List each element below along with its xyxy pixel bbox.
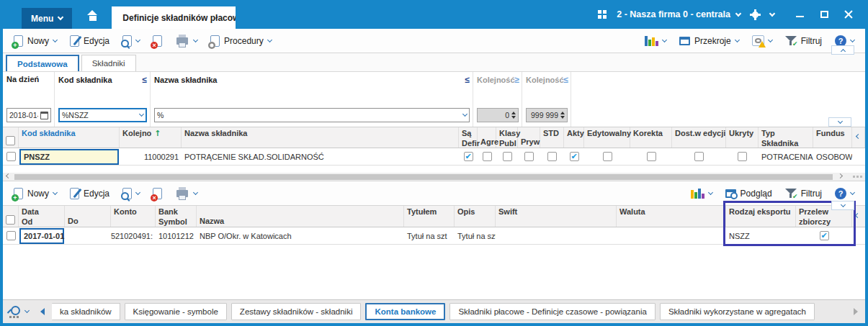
check-edytowalny[interactable] bbox=[603, 152, 612, 161]
chevron-down-icon[interactable] bbox=[462, 112, 467, 117]
column-tytulem[interactable]: Tytułem bbox=[404, 206, 455, 227]
column-aktywny[interactable]: Akty bbox=[564, 127, 584, 148]
column-rodzaj-eksportu[interactable]: Rodzaj eksportu bbox=[726, 206, 796, 227]
spinner-arrows-icon[interactable] bbox=[511, 112, 516, 119]
document-tab[interactable]: Definicje składników płacow bbox=[112, 6, 236, 29]
cell-typ[interactable]: POTRACENIA bbox=[759, 148, 813, 165]
column-bank-nazwa[interactable]: Nazwa bbox=[197, 206, 404, 227]
filter-button[interactable]: Filtruj bbox=[780, 33, 827, 48]
column-nazwa-skladnika[interactable]: Nazwa składnika bbox=[182, 127, 459, 148]
spinner-arrows-icon[interactable] bbox=[560, 112, 565, 119]
cell-swift[interactable] bbox=[496, 227, 617, 244]
column-typ-skladnika[interactable]: TypSkładnika bbox=[759, 127, 813, 148]
calendar-icon[interactable] bbox=[40, 112, 48, 119]
operator-lte-icon[interactable]: ≤ bbox=[465, 75, 470, 85]
maximize-button[interactable] bbox=[815, 6, 833, 23]
column-korekta[interactable]: Korekta bbox=[630, 127, 672, 148]
bottom-tab-konta-bankowe[interactable]: Konta bankowe bbox=[365, 303, 445, 320]
cell-rodzaj-eksportu[interactable]: NSZZ bbox=[726, 227, 796, 244]
cell-konto[interactable]: 521020491: bbox=[111, 227, 156, 244]
operator-gte-icon[interactable]: ≥ bbox=[515, 75, 520, 85]
column-swift[interactable]: Swift bbox=[496, 206, 617, 227]
check-korekta[interactable] bbox=[647, 152, 656, 161]
help-button[interactable] bbox=[830, 186, 859, 202]
row-checkbox[interactable] bbox=[6, 152, 16, 161]
cell-tytulem[interactable]: Tytuł na szt bbox=[404, 227, 455, 244]
bottom-tab-5[interactable]: Składniki wykorzystane w agregatach bbox=[660, 303, 815, 320]
column-klasy-pryw[interactable]: Pryw bbox=[518, 127, 540, 148]
check-aktywny[interactable]: ✔ bbox=[570, 152, 579, 161]
nazwa-combo-field[interactable]: % bbox=[154, 108, 470, 122]
tab-podstawowa[interactable]: Podstawowa bbox=[6, 55, 79, 71]
chevron-down-icon[interactable] bbox=[769, 10, 775, 16]
cell-data-do[interactable] bbox=[65, 227, 111, 244]
preview-document-button[interactable] bbox=[117, 33, 145, 49]
row-checkbox[interactable] bbox=[6, 231, 16, 240]
components-grid-row[interactable]: PNSZZ 11000291 POTRĄCENIE SKŁAD.SOLIDARN… bbox=[3, 148, 865, 166]
check-przelew-zbiorczy[interactable]: ✔ bbox=[820, 231, 829, 240]
check-std[interactable] bbox=[547, 152, 557, 161]
edit-button[interactable]: Edycja bbox=[65, 186, 115, 202]
select-all-checkbox[interactable] bbox=[3, 127, 19, 148]
column-bank-symbol[interactable]: BankSymbol bbox=[156, 206, 197, 227]
new-button[interactable]: Nowy bbox=[9, 33, 62, 49]
collapse-columns-button[interactable] bbox=[852, 127, 865, 148]
operator-lte-icon[interactable]: ≤ bbox=[142, 75, 147, 85]
grid-settings-button[interactable] bbox=[747, 33, 777, 48]
selected-cell-data-od[interactable]: 2017-01-01 bbox=[19, 228, 64, 244]
edit-button[interactable]: Edycja bbox=[65, 33, 115, 49]
cell-nazwa[interactable]: POTRĄCENIE SKŁAD.SOLIDARNOŚĆ bbox=[182, 148, 459, 165]
cell-waluta[interactable] bbox=[617, 227, 726, 244]
preview-button[interactable]: Podgląd bbox=[720, 186, 777, 201]
column-waluta[interactable]: Waluta bbox=[617, 206, 726, 227]
cell-symbol[interactable]: 10101212 bbox=[156, 227, 197, 244]
collapse-grid2-button[interactable] bbox=[831, 201, 854, 210]
bottom-tab-4[interactable]: Składniki płacowe - Definicje czasowe - … bbox=[449, 303, 655, 320]
tabs-scroll-left-icon[interactable] bbox=[40, 308, 45, 315]
check-ukryty[interactable] bbox=[738, 152, 747, 161]
tab-skladniki[interactable]: Składniki bbox=[81, 55, 136, 71]
collapse-filter-panel-button[interactable] bbox=[831, 45, 854, 55]
apps-grid-icon[interactable] bbox=[598, 10, 607, 19]
delete-button[interactable] bbox=[148, 186, 167, 202]
customize-search-icon[interactable] bbox=[9, 306, 21, 317]
column-kod-skladnika[interactable]: Kod składnika bbox=[19, 127, 120, 148]
check-agregat[interactable] bbox=[483, 152, 492, 161]
check-sa-definicje[interactable]: ✔ bbox=[464, 152, 473, 161]
column-sa-definicje[interactable]: SąDefir bbox=[459, 127, 478, 148]
date-field[interactable]: 2018-01-11 bbox=[6, 108, 51, 122]
chart-button[interactable] bbox=[640, 33, 671, 48]
column-ukryty[interactable]: Ukryty bbox=[726, 127, 759, 148]
checkbox[interactable] bbox=[6, 136, 15, 145]
check-pryw[interactable] bbox=[524, 152, 534, 161]
cell-opis[interactable]: Tytuł na szt bbox=[455, 227, 496, 244]
bottom-tab-2[interactable]: Zestawy składników - składniki bbox=[231, 303, 362, 320]
column-fundusz[interactable]: Fundus bbox=[813, 127, 852, 148]
kod-combo-field[interactable]: %NSZZ bbox=[58, 108, 147, 122]
select-all-checkbox[interactable] bbox=[3, 206, 19, 227]
new-button[interactable]: Nowy bbox=[9, 186, 62, 202]
column-klasy-publ[interactable]: KlasyPubl bbox=[496, 127, 518, 148]
settings-gear-icon[interactable] bbox=[751, 10, 760, 19]
column-kolejnosc[interactable]: Kolejno bbox=[120, 127, 182, 148]
menu-button[interactable]: Menu bbox=[22, 8, 72, 29]
preview-document-button[interactable] bbox=[117, 186, 145, 202]
selected-cell-kod[interactable]: PNSZZ bbox=[19, 149, 119, 165]
home-icon[interactable] bbox=[87, 12, 98, 21]
column-agregat[interactable]: Agre bbox=[478, 127, 496, 148]
horizontal-scrollbar[interactable] bbox=[3, 173, 865, 181]
column-edytowalny[interactable]: Edytowalny bbox=[584, 127, 630, 148]
cell-nazwa[interactable]: NBP O/Okr. w Katowicach bbox=[197, 227, 404, 244]
kolejnosc-od-spinner[interactable]: 0 bbox=[477, 108, 519, 122]
column-konto[interactable]: Konto bbox=[111, 206, 156, 227]
chart-button[interactable] bbox=[686, 186, 717, 201]
bottom-tab-0[interactable]: ka składników bbox=[52, 303, 120, 320]
scrollbar-thumb[interactable] bbox=[14, 174, 833, 180]
collapse-grid-button[interactable] bbox=[828, 117, 851, 127]
checkbox[interactable] bbox=[6, 215, 15, 225]
scroll-left-button[interactable] bbox=[3, 173, 13, 181]
delete-button[interactable] bbox=[148, 33, 167, 49]
bank-accounts-grid-row[interactable]: 2017-01-01 521020491: 10101212 NBP O/Okr… bbox=[3, 227, 865, 245]
minimize-button[interactable] bbox=[790, 6, 809, 23]
cell-fundusz[interactable]: OSOBOWY bbox=[813, 148, 852, 165]
